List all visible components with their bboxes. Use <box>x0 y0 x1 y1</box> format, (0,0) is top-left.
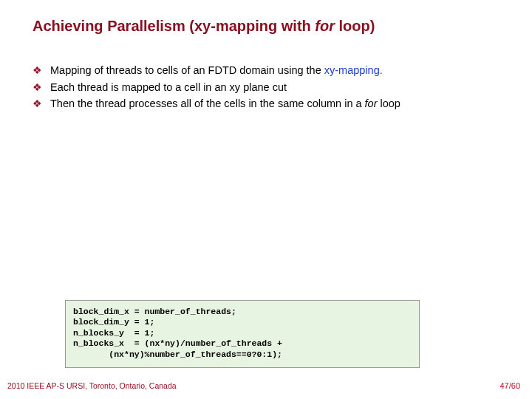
code-line: n_blocks_x = (nx*ny)/number_of_threads + <box>73 338 282 348</box>
list-item: ❖ Each thread is mapped to a cell in an … <box>33 81 502 95</box>
slide-title: Achieving Parallelism (xy-mapping with f… <box>33 18 375 35</box>
bullet-tail: loop <box>377 98 400 109</box>
bullet-text: Then the thread processes all of the cel… <box>50 97 400 112</box>
diamond-icon: ❖ <box>33 82 44 94</box>
title-post: loop) <box>335 18 375 34</box>
bullet-link: xy-mapping <box>324 64 380 76</box>
bullet-pre: Each thread is mapped to a cell in an xy… <box>50 81 287 93</box>
footer-left: 2010 IEEE AP-S URSI, Toronto, Ontario, C… <box>7 381 177 390</box>
bullet-pre: Mapping of threads to cells of an FDTD d… <box>50 64 324 76</box>
code-block: block_dim_x = number_of_threads; block_d… <box>65 300 420 368</box>
bullet-link-dot: . <box>380 64 383 76</box>
page-number: 47/60 <box>499 381 520 390</box>
bullet-text: Each thread is mapped to a cell in an xy… <box>50 81 287 95</box>
list-item: ❖ Mapping of threads to cells of an FDTD… <box>33 64 502 78</box>
diamond-icon: ❖ <box>33 98 44 110</box>
code-line: block_dim_x = number_of_threads; <box>73 307 236 316</box>
code-line: block_dim_y = 1; <box>73 317 154 327</box>
code-line: n_blocks_y = 1; <box>73 328 154 338</box>
title-italic: for <box>315 18 335 34</box>
title-pre: Achieving Parallelism (xy-mapping with <box>33 18 315 34</box>
list-item: ❖ Then the thread processes all of the c… <box>33 97 502 112</box>
slide: Achieving Parallelism (xy-mapping with f… <box>0 0 532 399</box>
diamond-icon: ❖ <box>33 65 44 77</box>
bullet-pre: Then the thread processes all of the cel… <box>50 98 365 109</box>
bullet-text: Mapping of threads to cells of an FDTD d… <box>50 64 383 78</box>
bullet-italic: for <box>365 98 378 109</box>
code-line: (nx*ny)%number_of_threads==0?0:1); <box>73 349 282 359</box>
bullet-list: ❖ Mapping of threads to cells of an FDTD… <box>33 64 502 114</box>
